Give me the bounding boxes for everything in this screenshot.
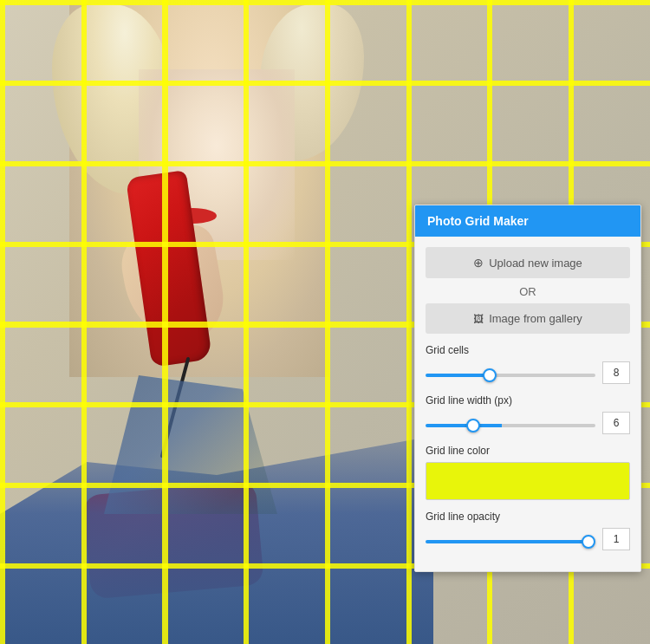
panel: Photo Grid Maker Upload new image OR Ima… (414, 205, 641, 572)
grid-line-opacity-label: Grid line opacity (426, 511, 630, 523)
grid-line-opacity-row: 1 (426, 528, 630, 550)
grid-line-width-row: 6 (426, 412, 630, 434)
grid-line-width-label: Grid line width (px) (426, 394, 630, 407)
upload-icon (473, 256, 484, 270)
panel-title: Photo Grid Maker (427, 214, 529, 228)
grid-cells-row: 8 (426, 361, 630, 384)
gallery-label: Image from gallery (489, 312, 582, 325)
gallery-icon (473, 312, 484, 325)
canvas-area: Photo Grid Maker Upload new image OR Ima… (0, 0, 650, 644)
panel-header: Photo Grid Maker (415, 205, 640, 237)
grid-line-opacity-value: 1 (602, 528, 630, 550)
grid-line-color-label: Grid line color (426, 445, 630, 457)
grid-line-opacity-slider[interactable] (426, 540, 595, 543)
panel-body: Upload new image OR Image from gallery G… (415, 237, 640, 571)
grid-line-width-value: 6 (602, 412, 630, 434)
upload-label: Upload new image (489, 257, 582, 270)
upload-button[interactable]: Upload new image (426, 247, 630, 278)
grid-cells-value: 8 (602, 361, 630, 384)
or-divider: OR (426, 285, 630, 298)
grid-cells-label: Grid cells (426, 344, 630, 356)
grid-line-width-slider-container (426, 415, 595, 431)
gallery-button[interactable]: Image from gallery (426, 303, 630, 334)
grid-cells-slider[interactable] (426, 374, 595, 377)
grid-line-opacity-slider-container (426, 531, 595, 547)
grid-cells-slider-container (426, 365, 595, 381)
grid-line-width-slider[interactable] (426, 424, 595, 427)
grid-line-color-swatch[interactable] (426, 462, 630, 500)
